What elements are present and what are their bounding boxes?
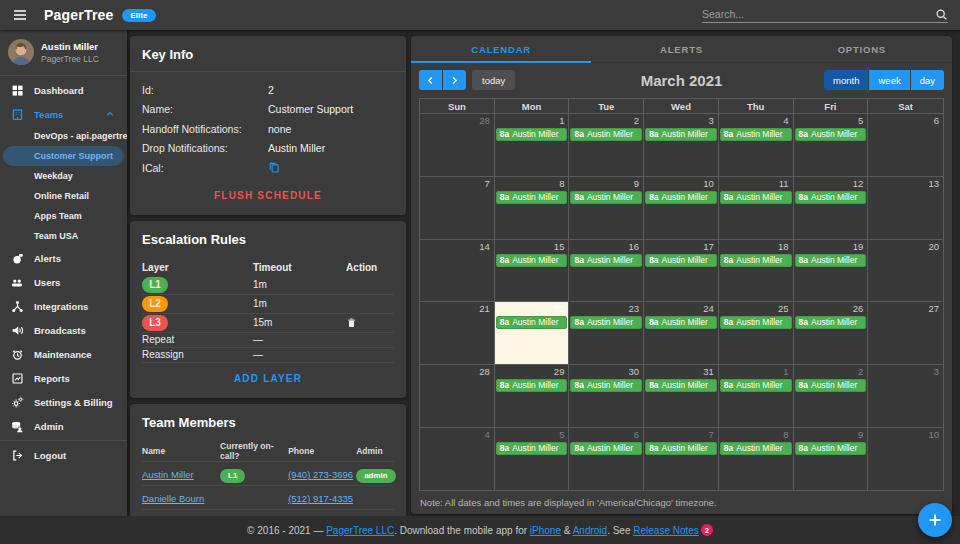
calendar-day-cell[interactable]: 4 — [420, 428, 495, 490]
calendar-day-cell[interactable]: 188aAustin Miller — [719, 240, 794, 302]
menu-icon[interactable] — [12, 7, 28, 23]
calendar-day-cell[interactable]: 28aAustin Miller — [794, 365, 869, 427]
calendar-event[interactable]: 8aAustin Miller — [795, 442, 867, 455]
day-view-button[interactable]: day — [911, 70, 944, 90]
calendar-day-cell[interactable]: 58aAustin Miller — [794, 114, 869, 176]
calendar-day-cell[interactable]: 58aAustin Miller — [495, 428, 570, 490]
calendar-event[interactable]: 8aAustin Miller — [795, 191, 867, 204]
calendar-event[interactable]: 8aAustin Miller — [496, 442, 568, 455]
tab-calendar[interactable]: CALENDAR — [411, 36, 591, 62]
sidebar-item-logout[interactable]: Logout — [0, 443, 127, 467]
calendar-event[interactable]: 8aAustin Miller — [496, 316, 568, 329]
calendar-day-cell[interactable]: 38aAustin Miller — [644, 114, 719, 176]
footer-link-iphone[interactable]: iPhone — [530, 525, 561, 536]
calendar-event[interactable]: 8aAustin Miller — [795, 254, 867, 267]
sidebar-item-maintenance[interactable]: Maintenance — [0, 342, 127, 366]
calendar-event[interactable]: 8aAustin Miller — [795, 128, 867, 141]
calendar-day-cell[interactable]: 28 — [420, 365, 495, 427]
calendar-event[interactable]: 8aAustin Miller — [645, 316, 717, 329]
calendar-day-cell[interactable]: 248aAustin Miller — [644, 302, 719, 364]
calendar-day-cell[interactable]: 98aAustin Miller — [794, 428, 869, 490]
calendar-day-cell[interactable]: 6 — [868, 114, 943, 176]
member-name-link[interactable]: Danielle Bourn — [142, 493, 204, 504]
search-input[interactable] — [702, 8, 935, 20]
footer-link-pagertree-llc[interactable]: PagerTree LLC — [326, 525, 394, 536]
calendar-day-cell[interactable]: 88aAustin Miller — [495, 177, 570, 239]
trash-icon[interactable] — [346, 317, 394, 329]
sidebar-item-devops-api-pagertree-c[interactable]: DevOps - api.pagertree.c... — [0, 126, 127, 146]
footer-link-android[interactable]: Android — [573, 525, 607, 536]
calendar-event[interactable]: 8aAustin Miller — [496, 254, 568, 267]
calendar-day-cell[interactable]: 258aAustin Miller — [719, 302, 794, 364]
sidebar-item-dashboard[interactable]: Dashboard — [0, 78, 127, 102]
calendar-day-cell[interactable]: 128aAustin Miller — [794, 177, 869, 239]
calendar-day-cell[interactable]: 308aAustin Miller — [569, 365, 644, 427]
calendar-day-cell[interactable]: 78aAustin Miller — [644, 428, 719, 490]
calendar-event[interactable]: 8aAustin Miller — [795, 316, 867, 329]
calendar-day-cell[interactable]: 198aAustin Miller — [794, 240, 869, 302]
tab-options[interactable]: OPTIONS — [772, 36, 952, 62]
calendar-day-cell[interactable]: 88aAustin Miller — [719, 428, 794, 490]
calendar-event[interactable]: 8aAustin Miller — [645, 191, 717, 204]
calendar-day-cell[interactable]: 28 — [420, 114, 495, 176]
calendar-day-cell[interactable]: 28aAustin Miller — [569, 114, 644, 176]
calendar-day-cell[interactable]: 20 — [868, 240, 943, 302]
calendar-day-cell[interactable]: 228aAustin Miller — [495, 302, 570, 364]
sidebar-item-settings-billing[interactable]: Settings & Billing — [0, 390, 127, 414]
sidebar-item-admin[interactable]: Admin — [0, 414, 127, 438]
calendar-day-cell[interactable]: 3 — [868, 365, 943, 427]
calendar-event[interactable]: 8aAustin Miller — [496, 128, 568, 141]
sidebar-item-customer-support[interactable]: Customer Support — [3, 146, 124, 166]
calendar-day-cell[interactable]: 13 — [868, 177, 943, 239]
calendar-day-cell[interactable]: 98aAustin Miller — [569, 177, 644, 239]
add-fab[interactable] — [918, 503, 952, 537]
calendar-event[interactable]: 8aAustin Miller — [720, 254, 792, 267]
calendar-day-cell[interactable]: 318aAustin Miller — [644, 365, 719, 427]
sidebar-item-team-usa[interactable]: Team USA — [0, 226, 127, 246]
calendar-event[interactable]: 8aAustin Miller — [570, 316, 642, 329]
calendar-event[interactable]: 8aAustin Miller — [570, 128, 642, 141]
calendar-day-cell[interactable]: 238aAustin Miller — [569, 302, 644, 364]
sidebar-item-weekday[interactable]: Weekday — [0, 166, 127, 186]
calendar-event[interactable]: 8aAustin Miller — [795, 379, 867, 392]
today-button[interactable]: today — [472, 70, 515, 90]
calendar-event[interactable]: 8aAustin Miller — [720, 191, 792, 204]
calendar-event[interactable]: 8aAustin Miller — [645, 128, 717, 141]
calendar-event[interactable]: 8aAustin Miller — [496, 379, 568, 392]
month-view-button[interactable]: month — [824, 70, 868, 90]
calendar-day-cell[interactable]: 10 — [868, 428, 943, 490]
calendar-day-cell[interactable]: 7 — [420, 177, 495, 239]
calendar-event[interactable]: 8aAustin Miller — [645, 442, 717, 455]
calendar-event[interactable]: 8aAustin Miller — [720, 128, 792, 141]
calendar-day-cell[interactable]: 168aAustin Miller — [569, 240, 644, 302]
sidebar-item-reports[interactable]: Reports — [0, 366, 127, 390]
calendar-event[interactable]: 8aAustin Miller — [496, 191, 568, 204]
calendar-day-cell[interactable]: 158aAustin Miller — [495, 240, 570, 302]
calendar-day-cell[interactable]: 178aAustin Miller — [644, 240, 719, 302]
sidebar-item-teams[interactable]: Teams — [0, 102, 127, 126]
flush-schedule-button[interactable]: FLUSH SCHEDULE — [206, 185, 330, 206]
calendar-event[interactable]: 8aAustin Miller — [720, 379, 792, 392]
calendar-event[interactable]: 8aAustin Miller — [570, 191, 642, 204]
calendar-day-cell[interactable]: 21 — [420, 302, 495, 364]
calendar-day-cell[interactable]: 18aAustin Miller — [719, 365, 794, 427]
footer-link-release-notes[interactable]: Release Notes — [633, 525, 699, 536]
calendar-event[interactable]: 8aAustin Miller — [570, 379, 642, 392]
sidebar-item-users[interactable]: Users — [0, 270, 127, 294]
calendar-day-cell[interactable]: 118aAustin Miller — [719, 177, 794, 239]
calendar-event[interactable]: 8aAustin Miller — [570, 442, 642, 455]
calendar-event[interactable]: 8aAustin Miller — [720, 442, 792, 455]
calendar-day-cell[interactable]: 298aAustin Miller — [495, 365, 570, 427]
add-layer-button[interactable]: ADD LAYER — [226, 368, 310, 389]
calendar-day-cell[interactable]: 68aAustin Miller — [569, 428, 644, 490]
sidebar-item-online-retail[interactable]: Online Retail — [0, 186, 127, 206]
phone-link[interactable]: (940) 273-3696 — [288, 469, 353, 480]
calendar-event[interactable]: 8aAustin Miller — [645, 254, 717, 267]
previous-month-button[interactable] — [419, 70, 442, 90]
calendar-day-cell[interactable]: 18aAustin Miller — [495, 114, 570, 176]
calendar-event[interactable]: 8aAustin Miller — [570, 254, 642, 267]
calendar-day-cell[interactable]: 14 — [420, 240, 495, 302]
sidebar-item-apps-team[interactable]: Apps Team — [0, 206, 127, 226]
member-name-link[interactable]: Austin Miller — [142, 469, 194, 480]
phone-link[interactable]: (512) 917-4335 — [288, 493, 353, 504]
